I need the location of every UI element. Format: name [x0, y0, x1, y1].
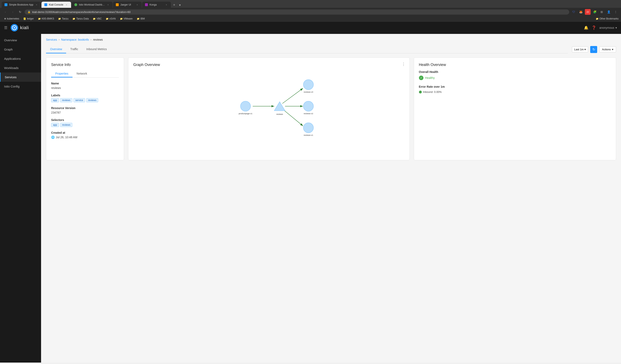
tab-istio-workload[interactable]: Istio Workload Dashboard - Gr... ×	[71, 2, 113, 8]
back-btn[interactable]: ‹	[2, 9, 8, 15]
refresh-btn[interactable]: ↻	[590, 46, 597, 53]
kubernetes-icon: ☸	[4, 17, 6, 20]
tab-favicon	[44, 3, 47, 6]
tab-kiali-console[interactable]: Kiali Console ×	[41, 2, 71, 8]
time-range-select[interactable]: Last 1m ▾	[572, 46, 588, 52]
node-reviews-v3[interactable]	[303, 80, 313, 90]
extension-btn-1[interactable]: 🛡	[571, 9, 577, 15]
overall-health-section: Overall Health ✓ Healthy	[419, 70, 611, 80]
extension-btn-2[interactable]: 🦊	[578, 9, 584, 15]
sub-tab-properties[interactable]: Properties	[51, 70, 72, 77]
forward-btn[interactable]: ›	[10, 9, 16, 15]
help-icon[interactable]: ❓	[592, 25, 596, 30]
breadcrumb-sep-1: ›	[59, 38, 60, 41]
tab-favicon	[74, 3, 77, 6]
tab-favicon	[116, 3, 119, 6]
time-range-dropdown-icon: ▾	[585, 48, 586, 51]
bookmark-tanzu-data[interactable]: 📁 Tanzu Data	[71, 17, 90, 20]
bookmark-ledger[interactable]: 📒 ledger	[22, 17, 35, 20]
bookmark-ibm[interactable]: 📁 IBM	[135, 17, 146, 20]
node-reviews-v1[interactable]	[303, 123, 313, 133]
label-tag: app	[51, 98, 59, 102]
label-tag: reviews	[86, 98, 98, 102]
bookmark-tanzu[interactable]: 📁 Tanzu	[56, 17, 70, 20]
tab-close-btn[interactable]: ×	[35, 3, 38, 6]
page-top-bar: Overview Traffic Inbound Metrics Last 1m…	[46, 45, 616, 53]
bookmarks-overflow-btn[interactable]: 📁 Other Bookmarks	[596, 17, 619, 20]
profile-btn[interactable]: 👤	[606, 9, 612, 15]
bookmark-vsan[interactable]: 📁 vSAN	[104, 17, 118, 20]
bookmark-kubernetes[interactable]: ☸ kubernetes	[2, 17, 21, 20]
tab-close-btn[interactable]: ×	[136, 3, 139, 6]
tab-title: Simple Bookstore App	[9, 3, 33, 6]
hamburger-menu-btn[interactable]: ☰	[4, 25, 7, 30]
selectors-container: app reviews	[51, 123, 119, 127]
bookmark-vmware[interactable]: 📁 VMware	[118, 17, 134, 20]
bookmark-label: ledger	[27, 17, 34, 20]
tab-traffic[interactable]: Traffic	[66, 45, 82, 53]
sidebar-label: Overview	[4, 38, 17, 42]
tab-close-btn[interactable]: ×	[65, 3, 68, 6]
bookmark-label: kubernetes	[7, 17, 19, 20]
sidebar-item-workloads[interactable]: Workloads	[0, 63, 41, 72]
globe-icon: 🌐	[51, 136, 55, 139]
sidebar-item-overview[interactable]: Overview	[0, 35, 41, 45]
node-reviews[interactable]	[274, 102, 285, 111]
label-tag: reviews	[60, 98, 72, 102]
node-reviews-v2[interactable]	[303, 101, 313, 111]
tab-simple-bookstore[interactable]: Simple Bookstore App ×	[2, 2, 41, 8]
sidebar-item-istio-config[interactable]: Istio Config	[0, 82, 41, 91]
tab-inbound-metrics[interactable]: Inbound Metrics	[82, 45, 111, 53]
sidebar-item-applications[interactable]: Applications	[0, 54, 41, 63]
tab-title: Kiali Console	[49, 3, 63, 6]
sidebar-label: Graph	[4, 48, 13, 51]
tab-jaeger[interactable]: Jaeger UI ×	[113, 2, 142, 8]
breadcrumb: Services › Namespace: bookinfo › reviews	[46, 38, 616, 41]
bookmark-vbc[interactable]: 📁 VBC	[91, 17, 103, 20]
resource-version-label: Resource Version	[51, 106, 119, 110]
extension-btn-badge[interactable]: 22	[585, 9, 591, 15]
lock-icon: 🔒	[28, 11, 31, 13]
notification-bell-icon[interactable]: 🔔	[584, 25, 588, 30]
bookmark-k8s-bmks[interactable]: 📁 K8S-BMKS	[36, 17, 56, 20]
bookmarks-overflow-label: Other Bookmarks	[599, 17, 619, 20]
tab-overview[interactable]: Overview	[46, 45, 66, 53]
address-bar[interactable]: 🔒 kiali-demo:31000/kiali/console/namespa…	[25, 9, 569, 15]
ledger-icon: 📒	[23, 17, 26, 20]
node-label-reviews-v1: reviews-v1	[304, 134, 313, 136]
extension-btn-3[interactable]: 🧩	[592, 9, 598, 15]
node-productpage-v1[interactable]	[241, 101, 251, 111]
breadcrumb-current: reviews	[93, 38, 103, 41]
sub-tab-network[interactable]: Network	[72, 70, 91, 77]
folder-icon: 📁	[137, 17, 140, 20]
content-area: Services › Namespace: bookinfo › reviews…	[41, 34, 621, 363]
name-label: Name	[51, 82, 119, 85]
selectors-field: Selectors app reviews	[51, 118, 119, 127]
bookmark-label: VMware	[124, 17, 133, 20]
tab-close-btn[interactable]: ×	[106, 3, 110, 6]
actions-dropdown-icon: ▾	[612, 48, 613, 51]
breadcrumb-namespace-link[interactable]: Namespace: bookinfo	[61, 38, 89, 41]
tab-dropdown-btn[interactable]: ▾	[177, 2, 182, 8]
page-tabs: Overview Traffic Inbound Metrics	[46, 45, 568, 53]
sidebar-toggle-btn[interactable]: ⊞	[599, 9, 604, 15]
sidebar-item-graph[interactable]: Graph	[0, 45, 41, 54]
graph-menu-btn[interactable]: ⋮	[402, 62, 405, 66]
error-rate-section: Error Rate over 1m ✓ Inbound: 0.00%	[419, 85, 611, 93]
cards-row: Service Info Properties Network Name rev…	[46, 57, 616, 160]
user-menu[interactable]: anonymous ▾	[599, 26, 617, 29]
menu-btn[interactable]: ⋮	[613, 9, 619, 15]
tab-konga[interactable]: Konga ×	[142, 2, 171, 8]
actions-dropdown-btn[interactable]: Actions ▾	[599, 46, 616, 52]
breadcrumb-services-link[interactable]: Services	[46, 38, 57, 41]
selectors-label: Selectors	[51, 118, 119, 121]
resource-version-field: Resource Version 234787	[51, 106, 119, 114]
bookmark-folder-icon: 📁	[596, 17, 599, 20]
new-tab-btn[interactable]: +	[171, 2, 177, 8]
service-name-field: Name reviews	[51, 82, 119, 89]
sidebar-item-services[interactable]: Services	[0, 72, 41, 82]
reload-btn[interactable]: ↻	[17, 9, 23, 15]
tab-close-btn[interactable]: ×	[165, 3, 168, 6]
graph-canvas: productpage-v1 reviews reviews-v2 review…	[133, 70, 405, 142]
kiali-logo-icon	[11, 24, 18, 32]
